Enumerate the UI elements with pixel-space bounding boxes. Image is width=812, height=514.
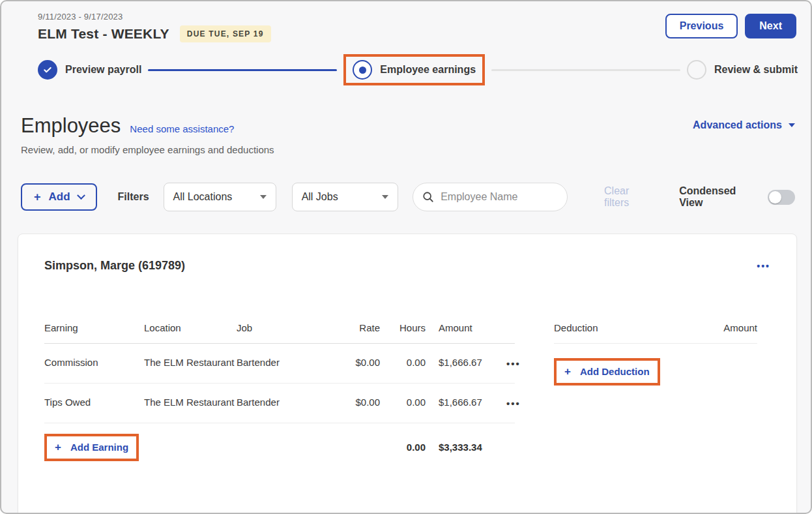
col-deduction-amount: Amount <box>686 321 757 335</box>
plus-icon: + <box>55 442 61 453</box>
location-filter-select[interactable]: All Locations <box>164 183 276 211</box>
annotation-box-employee-earnings: Employee earnings <box>343 54 485 85</box>
earning-job: Bartender <box>237 395 334 410</box>
condensed-view-label: Condensed View <box>679 185 759 209</box>
earnings-table: Earning Location Job Rate Hours Amount C… <box>44 321 515 465</box>
earning-hours: 0.00 <box>380 355 426 370</box>
payroll-stepper: Preview payroll Employee earnings Review… <box>38 54 798 85</box>
col-location: Location <box>144 321 237 335</box>
employee-search-input[interactable] <box>441 191 558 203</box>
earning-name: Tips Owed <box>44 395 144 410</box>
filters-label: Filters <box>118 191 149 203</box>
toggle-knob <box>769 191 781 204</box>
earning-job: Bartender <box>237 355 334 370</box>
plus-icon: + <box>564 366 571 377</box>
radio-empty-icon <box>687 60 706 80</box>
condensed-view-toggle[interactable] <box>768 190 795 205</box>
assistance-link[interactable]: Need some assistance? <box>130 123 234 134</box>
col-earning: Earning <box>44 321 144 335</box>
earning-hours: 0.00 <box>380 395 426 410</box>
employee-card: Simpson, Marge (619789) ••• Earning Loca… <box>18 234 797 514</box>
step-label: Preview payroll <box>65 64 141 76</box>
check-icon <box>38 60 57 80</box>
add-button-label: Add <box>49 190 70 204</box>
annotation-box-add-earning: + Add Earning <box>44 434 139 461</box>
advanced-actions-label: Advanced actions <box>693 119 782 131</box>
location-filter-value: All Locations <box>173 191 233 203</box>
employee-menu-ellipsis-icon[interactable]: ••• <box>757 262 770 271</box>
page-header: 9/11/2023 - 9/17/2023 ELM Test - WEEKLY … <box>1 1 811 42</box>
clear-filters-button[interactable]: Clear filters <box>604 185 654 209</box>
col-rate: Rate <box>334 321 380 335</box>
col-hours: Hours <box>380 321 426 335</box>
earning-row-menu-ellipsis-icon[interactable]: ••• <box>506 355 521 371</box>
employees-toolbar: + Add Filters All Locations All Jobs Cle… <box>21 183 795 211</box>
search-icon <box>422 191 434 203</box>
employees-heading: Employees <box>21 114 121 138</box>
due-date-badge: DUE TUE, SEP 19 <box>180 25 271 42</box>
step-review-submit[interactable]: Review & submit <box>687 60 798 80</box>
add-earning-button[interactable]: + Add Earning <box>55 442 128 453</box>
payroll-title: ELM Test - WEEKLY <box>38 26 169 42</box>
chevron-down-icon <box>789 123 795 127</box>
deductions-header-row: Deduction Amount <box>554 321 757 344</box>
earning-amount: $1,666.67 <box>426 395 506 410</box>
earnings-header-row: Earning Location Job Rate Hours Amount <box>44 321 515 344</box>
step-employee-earnings[interactable]: Employee earnings <box>353 60 476 80</box>
earnings-total-row: + Add Earning 0.00 $3,333.34 <box>44 423 515 465</box>
earning-rate: $0.00 <box>334 355 380 370</box>
col-job: Job <box>237 321 334 335</box>
add-deduction-label: Add Deduction <box>580 366 650 377</box>
earning-location: The ELM Restaurant <box>144 395 237 410</box>
earning-row: Tips Owed The ELM Restaurant Bartender $… <box>44 384 515 423</box>
add-button[interactable]: + Add <box>21 183 97 211</box>
employee-search[interactable] <box>413 183 568 211</box>
radio-selected-icon <box>353 60 372 80</box>
step-label: Review & submit <box>714 64 798 76</box>
total-hours: 0.00 <box>380 440 426 455</box>
chevron-down-icon <box>77 191 85 200</box>
advanced-actions-dropdown[interactable]: Advanced actions <box>693 119 795 131</box>
next-button[interactable]: Next <box>745 14 796 38</box>
deductions-table: Deduction Amount + Add Deduction <box>554 321 757 386</box>
employee-name: Simpson, Marge (619789) <box>44 259 185 273</box>
job-filter-value: All Jobs <box>302 191 338 203</box>
previous-button[interactable]: Previous <box>665 14 738 38</box>
total-amount: $3,333.34 <box>426 440 506 455</box>
employees-subtitle: Review, add, or modify employee earnings… <box>21 144 795 155</box>
annotation-box-add-deduction: + Add Deduction <box>554 358 660 386</box>
add-deduction-button[interactable]: + Add Deduction <box>564 366 650 377</box>
caret-down-icon <box>382 195 388 199</box>
earning-name: Commission <box>44 355 144 370</box>
step-label: Employee earnings <box>380 64 476 76</box>
stepper-connector-done <box>148 69 337 71</box>
earning-row-menu-ellipsis-icon[interactable]: ••• <box>506 395 521 411</box>
earning-amount: $1,666.67 <box>426 355 506 370</box>
job-filter-select[interactable]: All Jobs <box>292 183 399 211</box>
earning-location: The ELM Restaurant <box>144 355 237 370</box>
col-deduction: Deduction <box>554 321 686 335</box>
plus-icon: + <box>34 191 41 203</box>
employees-section-header: Employees Need some assistance? Review, … <box>21 114 795 155</box>
add-earning-label: Add Earning <box>70 442 128 453</box>
step-preview-payroll[interactable]: Preview payroll <box>38 60 141 80</box>
stepper-connector-todo <box>491 69 680 71</box>
caret-down-icon <box>260 195 267 199</box>
payroll-page: 9/11/2023 - 9/17/2023 ELM Test - WEEKLY … <box>0 0 812 514</box>
earning-rate: $0.00 <box>334 395 380 410</box>
earning-row: Commission The ELM Restaurant Bartender … <box>44 344 515 384</box>
col-amount: Amount <box>426 321 506 335</box>
